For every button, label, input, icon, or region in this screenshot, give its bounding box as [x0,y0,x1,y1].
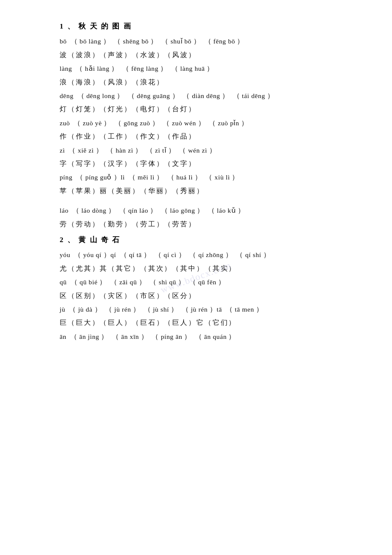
pinyin-line-1: bō （ bō làng ） （ shēng bō ） （ shuǐ bō ） … [60,35,358,47]
chinese-line-12: 苹（苹果）丽（美丽）（华丽）（秀丽） [60,185,358,197]
section-title-0: 1 、 秋 天 的 图 画 [60,20,358,33]
chinese-line-20: 区（区别）（灾区）（市区）（区分） [60,289,358,302]
pinyin-line-5: dēng （ dēng long ） （ dēng guāng ） （ diàn… [60,90,358,102]
chinese-line-2: 波（波浪）（声波）（水波）（风波） [60,49,358,61]
spacer-13 [60,198,358,204]
pinyin-line-7: zuò （ zuò yè ） （ gōng zuò ） （ zuò wén ） … [60,117,358,129]
pinyin-line-17: yóu （ yóu qí ）qí （ qí tā ） （ qí cì ） （ q… [60,249,358,261]
main-content: 1 、 秋 天 的 图 画bō （ bō làng ） （ shēng bō ）… [60,20,358,343]
chinese-line-18: 尤（尤其）其（其它）（其次）（其中）（其实） [60,262,358,275]
chinese-line-8: 作（作业）（工作）（作文）（作品） [60,130,358,143]
pinyin-line-3: làng （ hǎi làng ） （ fēng làng ） （ làng h… [60,62,358,75]
section-title-16: 2 、 黄 山 奇 石 [60,233,358,247]
pinyin-line-23: ān （ ān jìng ） （ ān xīn ） （ píng ān ） （ … [60,330,358,343]
chinese-line-10: 字（写字）（汉字）（字体）（文字） [60,157,358,170]
pinyin-line-14: láo （ láo dòng ） （ qín láo ） （ láo gōng … [60,204,358,217]
chinese-line-6: 灯（灯笼）（灯光）（电灯）（台灯） [60,103,358,116]
chinese-line-4: 浪（海浪）（风浪）（浪花） [60,76,358,89]
pinyin-line-21: jù （ jù dà ） （ jù rén ） （ jù shí ） （ jù … [60,303,358,315]
pinyin-line-11: píng （ píng guǒ ）lì （ měi lì ） （ huá lì … [60,171,358,183]
chinese-line-22: 巨（巨大）（巨人）（巨石）（巨人）它（它们） [60,316,358,329]
chinese-line-15: 劳（劳动）（勤劳）（劳工）（劳苦） [60,218,358,231]
pinyin-line-19: qū （ qū bié ） （ zāi qū ） （ shì qū ） （ qū… [60,276,358,288]
pinyin-line-9: zì （ xiě zì ） （ hàn zì ） （ zì tǐ ） （ wén… [60,144,358,156]
